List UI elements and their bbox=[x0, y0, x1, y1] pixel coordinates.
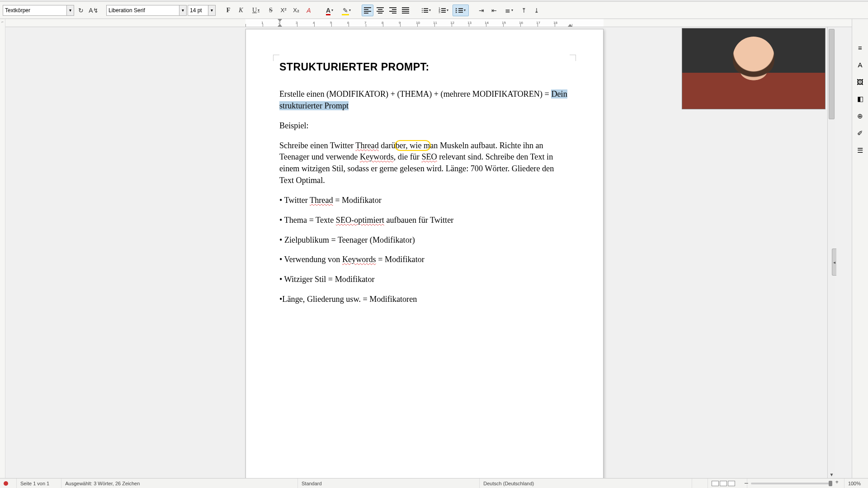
clear-formatting-button[interactable]: A bbox=[303, 5, 315, 16]
modified-indicator-icon bbox=[4, 481, 8, 486]
example-paragraph[interactable]: Schreibe einen Twitter Thread darüber, w… bbox=[279, 140, 570, 187]
selection-info: Ausgewählt: 3 Wörter, 26 Zeichen bbox=[61, 479, 143, 488]
chevron-down-icon[interactable]: ▾ bbox=[179, 5, 186, 15]
margin-corner-icon bbox=[273, 55, 279, 61]
chevron-down-icon[interactable]: ▾ bbox=[208, 5, 215, 15]
chevron-down-icon[interactable]: ▾ bbox=[66, 5, 74, 15]
spellcheck-word[interactable]: Thread bbox=[355, 141, 379, 150]
update-style-button[interactable]: ↻ bbox=[75, 5, 87, 16]
label-beispiel[interactable]: Beispiel: bbox=[279, 120, 570, 132]
sidebar-deck: ≡ A 🖼 ◧ ⊕ ✐ ☰ bbox=[852, 19, 868, 478]
page-count[interactable]: Seite 1 von 1 bbox=[16, 479, 53, 488]
style-inspector-icon[interactable]: ✐ bbox=[854, 127, 866, 139]
navigator-panel-icon[interactable]: ◧ bbox=[854, 93, 866, 105]
align-right-button[interactable] bbox=[387, 5, 399, 16]
bold-button[interactable]: F bbox=[222, 5, 234, 16]
decrease-indent-button[interactable]: ⇤ bbox=[488, 5, 500, 16]
margin-corner-icon bbox=[570, 55, 576, 61]
page-style[interactable]: Standard bbox=[297, 479, 326, 488]
ruler-margin-left bbox=[5, 19, 245, 27]
number-list-button[interactable]: 123▾ bbox=[435, 5, 452, 16]
document-viewport[interactable]: 123456789101112131415161718 STRUKTURIERT… bbox=[5, 19, 852, 478]
insert-mode[interactable] bbox=[692, 479, 699, 488]
document-body[interactable]: STRUKTURIERTER PROMPT: Erstelle einen (M… bbox=[279, 61, 570, 305]
bullet-list[interactable]: • Twitter Thread = Modifikator• Thema = … bbox=[279, 195, 570, 305]
text[interactable]: darü bbox=[379, 141, 396, 150]
list-item[interactable]: • Twitter Thread = Modifikator bbox=[279, 195, 570, 206]
highlight-color-button[interactable]: ✎▾ bbox=[339, 5, 355, 16]
language-status[interactable]: Deutsch (Deutschland) bbox=[479, 479, 538, 488]
list-item[interactable]: • Witziger Stil = Modifikator bbox=[279, 274, 570, 286]
align-justify-button[interactable] bbox=[400, 5, 411, 16]
status-bar: Seite 1 von 1 Ausgewählt: 3 Wörter, 26 Z… bbox=[0, 478, 868, 488]
page-panel-icon[interactable]: ⊕ bbox=[854, 110, 866, 122]
gallery-panel-icon[interactable]: 🖼 bbox=[854, 76, 866, 88]
text[interactable]: Erstelle einen (MODIFIKATOR) + (THEMA) +… bbox=[279, 89, 551, 99]
italic-button[interactable]: K bbox=[235, 5, 247, 16]
subscript-button[interactable]: X₂ bbox=[290, 5, 302, 16]
styles-panel-icon[interactable]: A bbox=[854, 59, 866, 70]
paragraph-style-input[interactable] bbox=[3, 5, 66, 15]
list-item[interactable]: •Länge, Gliederung usw. = Modifikatoren bbox=[279, 294, 570, 305]
scroll-down-icon[interactable]: ▼ bbox=[828, 471, 835, 478]
scrollbar-thumb[interactable] bbox=[829, 29, 835, 119]
new-style-button[interactable]: A↯ bbox=[88, 5, 99, 16]
page[interactable]: STRUKTURIERTER PROMPT: Erstelle einen (M… bbox=[245, 29, 604, 478]
manage-changes-icon[interactable]: ☰ bbox=[854, 145, 866, 156]
list-item[interactable]: • Thema = Texte SEO-optimiert aufbauen f… bbox=[279, 215, 570, 226]
text[interactable]: Schreibe einen Twitter bbox=[279, 141, 355, 150]
properties-panel-icon[interactable]: ≡ bbox=[854, 42, 866, 53]
bullet-list-button[interactable]: •••▾ bbox=[418, 5, 434, 16]
cursor-highlight[interactable]: ber, wie m bbox=[396, 141, 430, 150]
outline-list-button[interactable]: ▸▸▸▾ bbox=[453, 5, 469, 16]
work-area: ⌐ 123456789101112131415161718 STRUKTURIE… bbox=[0, 19, 868, 478]
zoom-slider[interactable] bbox=[747, 479, 836, 488]
superscript-button[interactable]: X² bbox=[278, 5, 289, 16]
spellcheck-word[interactable]: Keywords bbox=[360, 152, 394, 161]
vertical-ruler: ⌐ bbox=[0, 19, 5, 478]
list-item[interactable]: • Zielpublikum = Teenager (Modifikator) bbox=[279, 235, 570, 246]
align-center-button[interactable] bbox=[374, 5, 386, 16]
decrease-spacing-button[interactable]: ⤓ bbox=[531, 5, 542, 16]
font-size-combo[interactable]: ▾ bbox=[188, 5, 216, 16]
increase-spacing-button[interactable]: ⤒ bbox=[518, 5, 530, 16]
line-spacing-button[interactable]: ≣▾ bbox=[501, 5, 517, 16]
text[interactable]: gelesen bbox=[400, 164, 425, 173]
increase-indent-button[interactable]: ⇥ bbox=[476, 5, 487, 16]
font-name-combo[interactable]: ▾ bbox=[106, 5, 187, 16]
webcam-overlay bbox=[682, 28, 826, 109]
zoom-percent[interactable]: 100% bbox=[844, 479, 864, 488]
list-item[interactable]: • Verwendung von Keywords = Modifikator bbox=[279, 254, 570, 266]
sidebar-collapse-handle[interactable]: ◂ bbox=[832, 249, 836, 276]
horizontal-ruler[interactable]: 123456789101112131415161718 bbox=[245, 19, 604, 27]
paragraph-style-combo[interactable]: ▾ bbox=[3, 5, 74, 16]
font-name-input[interactable] bbox=[107, 5, 179, 15]
strikethrough-button[interactable]: S bbox=[265, 5, 277, 16]
underline-button[interactable]: U▾ bbox=[248, 5, 264, 16]
spellcheck-word[interactable]: SEO bbox=[421, 152, 437, 161]
formula-paragraph[interactable]: Erstelle einen (MODIFIKATOR) + (THEMA) +… bbox=[279, 89, 570, 112]
text[interactable]: , die für bbox=[394, 152, 422, 161]
font-size-input[interactable] bbox=[188, 5, 208, 15]
font-color-button[interactable]: A▾ bbox=[321, 5, 338, 16]
align-left-button[interactable] bbox=[362, 5, 373, 16]
ruler-margin-right bbox=[604, 19, 852, 27]
heading[interactable]: STRUKTURIERTER PROMPT: bbox=[279, 61, 570, 73]
view-layout-icons[interactable] bbox=[708, 479, 739, 488]
formatting-toolbar: ▾ ↻ A↯ ▾ ▾ F K U▾ S X² X₂ A A▾ ✎▾ •••▾ 1… bbox=[0, 2, 868, 19]
